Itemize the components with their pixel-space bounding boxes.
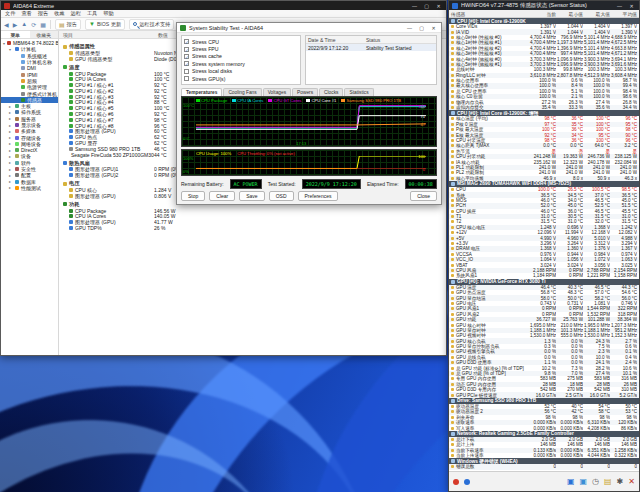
menu-item-文件[interactable]: 文件 xyxy=(5,10,15,17)
tab-powers[interactable]: Powers xyxy=(292,88,318,96)
sidebar-tab-菜单[interactable]: 菜单 xyxy=(1,31,30,38)
hwinfo-sensor-row[interactable]: GPU D3D 专用内存542 MB270 MB542 MB310 MB xyxy=(449,387,639,392)
hwinfo-sensor-row[interactable]: P核 最大温度100 °C36 °C100 °C98 °C xyxy=(449,127,639,132)
hwinfo-sensor-row[interactable]: GPU 视频引擎负载0.0 %0.0 %2.3 %0.1 % xyxy=(449,349,639,354)
stress-option-stress-local-disks[interactable]: Stress local disks xyxy=(184,68,298,75)
column-field[interactable]: 项目 xyxy=(63,32,158,38)
hwinfo-sensor-row[interactable]: GPU 风扇10 RPM0 RPM1,544 RPM322 RPM xyxy=(449,306,639,311)
tree-expand-icon[interactable]: ▾ xyxy=(9,47,13,52)
hwinfo-sensor-row[interactable]: 总 CPU 使用率100.0 %5.1 %100.0 %98.4 % xyxy=(449,89,639,94)
hwinfo-sensor-row[interactable]: P核 0 温度97 °C35 °C100 °C95 °C xyxy=(449,122,639,127)
hwinfo-sensor-row[interactable]: IA 核心功耗235.162 W12.323 W240.178 W232.084… xyxy=(449,159,639,164)
hwinfo-sensor-row[interactable]: 专用 GPU 内存使用583 MB275 MB583 MB316 MB xyxy=(449,376,639,381)
stress-option-stress-fpu[interactable]: ✓Stress FPU xyxy=(184,45,298,52)
hwinfo-sensor-row[interactable]: CPU 风扇2,188 RPM0 RPM2,788 RPM2,154 RPM xyxy=(449,268,639,273)
sst-button-osd[interactable]: OSD xyxy=(269,191,294,201)
hwinfo-sensor-row[interactable]: 驱动器温度 256 °C42 °C58 °C53 °C xyxy=(449,409,639,414)
checkbox-icon[interactable] xyxy=(184,69,189,74)
tree-expand-icon[interactable]: ▸ xyxy=(9,104,13,109)
remote-support-button[interactable]: 远程技术支持 xyxy=(129,19,174,30)
event-log-column[interactable]: Date & Time xyxy=(308,37,366,43)
stress-option-stress-cache[interactable]: ✓Stress cache xyxy=(184,53,298,60)
hwinfo-title-bar[interactable]: HWiNFO64 v7.27-4875 传感器状态 (Sensor Status… xyxy=(449,1,639,10)
minimize-icon[interactable]: — xyxy=(405,25,414,31)
hwinfo-sensor-row[interactable]: 核心2时钟 (性能核 #2)4,700.4 MHz1,396.9 MHz5,10… xyxy=(449,46,639,51)
stress-option-stress-cpu[interactable]: ✓Stress CPU xyxy=(184,38,298,45)
tree-expand-icon[interactable]: ▸ xyxy=(9,160,13,165)
up-icon[interactable]: ▲ xyxy=(21,21,27,27)
hwinfo-sensor-row[interactable]: GPU 核心负载1.3 %0.0 %24.3 %2.7 % xyxy=(449,338,639,343)
hwinfo-sensor-row[interactable]: 动态 GPU 内存使用28 MB18 MB28 MB26 MB xyxy=(449,382,639,387)
hwinfo-sensor-row[interactable]: GPU 显存结温58.0 °C50.0 °C58.2 °C56.0 °C xyxy=(449,295,639,300)
close-icon[interactable]: ✕ xyxy=(434,3,443,9)
hwinfo-sensor-row[interactable]: 核心距离 TjMAX0.0 °C0.0 °C64.0 °C3.2 °C xyxy=(449,143,639,148)
sst-button-close[interactable]: Close xyxy=(410,191,437,201)
hwinfo-sensor-row[interactable]: VCC_IO1.064 V1.056 V1.072 V1.063 V xyxy=(449,257,639,262)
aida64-title-bar[interactable]: AIDA64 Extreme — ▢ ✕ xyxy=(1,1,446,10)
menu-item-远程[interactable]: 远程 xyxy=(71,10,81,17)
network-monitor-icon[interactable]: ▣ xyxy=(579,478,587,486)
hwinfo-sensor-row[interactable]: CPU 核心电压1.248 V0.696 V1.368 V1.242 V xyxy=(449,225,639,230)
logging-stop-icon[interactable] xyxy=(464,479,470,485)
tab-voltages[interactable]: Voltages xyxy=(263,88,291,96)
hwinfo-sensor-row[interactable]: 错误总数0000 xyxy=(449,464,639,469)
hwinfo-sensor-row[interactable]: GPU 显存时钟1,188.1 MHz101.3 MHz1,188.1 MHz9… xyxy=(449,328,639,333)
reset-clock-icon[interactable]: ◷ xyxy=(592,478,599,486)
menu-item-工具[interactable]: 工具 xyxy=(87,10,97,17)
checkbox-icon[interactable]: ✓ xyxy=(184,54,189,59)
hwinfo-sensor-row[interactable]: VCCSA0.976 V0.944 V0.984 V0.974 V xyxy=(449,252,639,257)
back-icon[interactable]: ◀ xyxy=(4,21,9,28)
checkbox-icon[interactable]: ✓ xyxy=(184,47,189,52)
hwinfo-sensor-row[interactable]: 核心温度 (平均)98 °C36 °C100 °C96 °C xyxy=(449,116,639,121)
tab-temperatures[interactable]: Temperatures xyxy=(181,88,222,96)
hwinfo-sensor-row[interactable]: GPU 热点温度56.8 °C48.3 °C57.0 °C54.6 °C xyxy=(449,290,639,295)
tree-expand-icon[interactable]: ▸ xyxy=(9,141,13,146)
hwinfo-sensor-row[interactable]: CPU 封装温度98 °C36 °C100 °C96 °C xyxy=(449,138,639,143)
stress-option-stress-system-memory[interactable]: ✓Stress system memory xyxy=(184,60,298,67)
tab-cooling-fans[interactable]: Cooling Fans xyxy=(223,88,261,96)
hwinfo-sensor-row[interactable]: MOS46.0 °C34.0 °C46.5 °C45.0 °C xyxy=(449,198,639,203)
hwinfo-sensor-row[interactable]: 剩余寿命98 %98 %98 %98 % xyxy=(449,415,639,420)
tree-item[interactable]: ▸性能测试 xyxy=(1,185,58,191)
maximize-icon[interactable]: ▢ xyxy=(417,25,426,31)
hwinfo-sensor-row[interactable]: GPU 视频时钟1,530.0 MHz555.0 MHz1,530.0 MHz1… xyxy=(449,333,639,338)
checkbox-icon[interactable]: ✓ xyxy=(184,61,189,66)
hwinfo-column-[interactable]: 当前 xyxy=(529,11,556,17)
hwinfo-sensor-row[interactable]: 核心使用率100.0 %0.6 %100.0 %98.7 % xyxy=(449,78,639,83)
sst-button-preferences[interactable]: Preferences xyxy=(298,191,339,201)
hwinfo-sensor-row[interactable]: 核心4时钟 (效能核 #0)3,700.3 MHz1,096.9 MHz3,90… xyxy=(449,56,639,61)
hwinfo-sensor-row[interactable]: 总线时钟100.3 MHz99.8 MHz100.3 MHz100.3 MHz xyxy=(449,67,639,72)
refresh-icon[interactable]: ⟳ xyxy=(31,21,36,28)
menu-item-收藏[interactable]: 收藏 xyxy=(54,10,64,17)
tree-expand-icon[interactable]: ▸ xyxy=(9,135,13,140)
hwinfo-sensor-row[interactable]: PCH52.0 °C45.0 °C52.5 °C51.5 °C xyxy=(449,203,639,208)
event-log-row[interactable]: 2022/9/9 17:12:20Stability Test Started xyxy=(306,44,436,51)
hwinfo-sensor-row[interactable]: 物理内存负载27.2 %26.3 %27.4 %26.8 % xyxy=(449,99,639,104)
tree-expand-icon[interactable]: ▸ xyxy=(9,154,13,159)
hwinfo-sensor-row[interactable]: GPU 电压0.743 V0.731 V1.081 V0.746 V xyxy=(449,301,639,306)
hwinfo-sensor-row[interactable]: GPU D3D 使用率1.1 %0.0 %24.1 %2.4 % xyxy=(449,360,639,365)
event-log-column[interactable]: Status xyxy=(366,37,436,43)
remote-monitor-icon[interactable]: ▣ xyxy=(567,478,575,486)
tree-expand-icon[interactable]: ▸ xyxy=(9,173,13,178)
hwinfo-sensor-row[interactable]: 系统36.5 °C34.5 °C37.0 °C36.5 °C xyxy=(449,192,639,197)
hwinfo-column-[interactable]: 传感器 xyxy=(451,11,529,17)
close-icon[interactable]: ✕ xyxy=(429,25,438,31)
hwinfo-sensor-row[interactable]: +12V12.096 V11.994 V12.168 V12.082 V xyxy=(449,230,639,235)
hwinfo-sensor-row[interactable]: 核心 C0 驻留100.0 %2.1 %100.0 %98.6 % xyxy=(449,94,639,99)
menu-item-报告[interactable]: 报告 xyxy=(38,10,48,17)
hwinfo-sensor-row[interactable]: GPU PCIe 链接速度16.0 GT/s2.5 GT/s16.0 GT/s5… xyxy=(449,392,639,397)
tab-clocks[interactable]: Clocks xyxy=(319,88,343,96)
hwinfo-sensor-row[interactable]: 核心5时钟 (效能核 #1)3,700.3 MHz1,096.9 MHz3,90… xyxy=(449,62,639,67)
hwinfo-sensor-row[interactable]: 当前下载速率0.133 KB/s0.000 KB/s6.351 KB/s1.25… xyxy=(449,448,639,453)
hwinfo-sensor-row[interactable]: Core VIDs1.397 V1.044 V1.404 V1.397 V xyxy=(449,24,639,29)
hwinfo-sensor-row[interactable]: Ring/LLC 时钟3,610.8 MHz2,807.8 MHz4,512.9… xyxy=(449,73,639,78)
maximize-icon[interactable]: ▢ xyxy=(422,3,431,9)
tree-expand-icon[interactable]: ▸ xyxy=(9,185,13,190)
menu-item-查看[interactable]: 查看 xyxy=(21,10,31,17)
checkbox-icon[interactable]: ✓ xyxy=(184,39,189,44)
close-icon[interactable]: ✕ xyxy=(627,3,636,9)
menu-item-帮助[interactable]: 帮助 xyxy=(103,10,113,17)
sst-button-save[interactable]: Save xyxy=(239,191,264,201)
hwinfo-sensor-row[interactable]: 核心3时钟 (性能核 #3)4,700.4 MHz997.4 MHz5,101.… xyxy=(449,51,639,56)
